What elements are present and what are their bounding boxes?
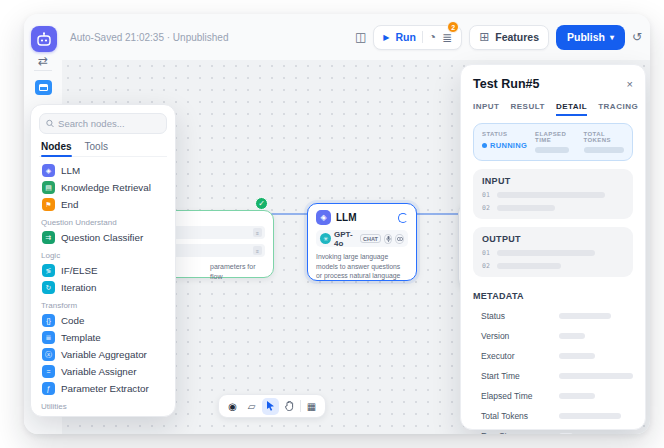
pointer-mode-icon[interactable] [262,398,279,415]
run-button[interactable]: Run [395,31,415,43]
add-note-icon[interactable]: ◉ [224,398,241,415]
node-item-question-classifier[interactable]: ⇉ Question Classifier [39,229,167,246]
node-item-knowledge-retrieval[interactable]: ▤ Knowledge Retrieval [39,179,167,196]
toolbar-divider [300,400,301,412]
tab-tools[interactable]: Tools [85,141,108,152]
metadata-label: METADATA [473,291,633,301]
group-header-question-understand: Question Understand [41,218,165,227]
running-spinner-icon [398,213,408,223]
node-item-label: Variable Aggregator [61,349,147,360]
parameter-extractor-icon: ƒ [42,382,55,395]
node-item-label: Template [61,332,101,343]
top-bar: Auto-Saved 21:02:35 · Unpublished ◫ ▶ Ru… [62,14,650,60]
status-card: STATUS RUNNING ELAPSED TIME TOTAL TOKENS [473,123,633,161]
output-label: OUTPUT [482,234,624,244]
end-icon: ⚑ [42,198,55,211]
question-classifier-icon: ⇉ [42,231,55,244]
meta-skeleton [559,413,621,419]
node-search-box[interactable] [39,113,167,134]
row-badge-icon: ≡ [253,228,262,237]
switch-workflow-icon[interactable]: ⇄ [24,54,62,68]
node-item-variable-aggregator[interactable]: ⓧ Variable Aggregator [39,346,167,363]
llm-node-icon: ◈ [316,210,331,225]
start-node-description: parameters for flow [210,262,265,282]
meta-key: Status [481,311,559,321]
close-icon[interactable]: × [627,78,633,90]
tab-nodes[interactable]: Nodes [41,141,72,152]
input-skeleton [497,192,605,198]
organize-blocks-icon[interactable]: ▦ [303,398,320,415]
node-item-end[interactable]: ⚑ End [39,196,167,213]
node-item-label: LLM [61,165,80,176]
node-item-if-else[interactable]: ≶ IF/ELSE [39,262,167,279]
output-skeleton [497,250,595,256]
canvas-control-toolbar: ◉ ▱ ▦ [218,394,326,418]
node-item-label: Parameter Extractor [61,383,149,394]
node-item-code[interactable]: {} Code [39,312,167,329]
search-icon [46,119,54,128]
node-list: ◈ LLM ▤ Knowledge Retrieval ⚑ End Questi… [39,162,167,412]
meta-skeleton [559,313,611,319]
edge-start-llm [271,213,307,215]
hand-mode-icon[interactable] [281,398,298,415]
node-item-llm[interactable]: ◈ LLM [39,162,167,179]
chat-capability-badge: CHAT [360,234,381,243]
node-item-label: Variable Assigner [61,366,137,377]
row-badge-icon: ≡ [253,246,262,255]
input-skeleton [497,205,555,211]
code-icon: {} [42,314,55,327]
app-logo[interactable] [31,26,57,52]
node-item-template[interactable]: ≣ Template [39,329,167,346]
test-run-panel: Test Run#5 × INPUT RESULT DETAIL TRACING… [460,64,646,430]
meta-skeleton [559,433,573,434]
variable-assigner-icon: = [42,365,55,378]
meta-key: Executor [481,351,559,361]
version-history-icon[interactable]: ↺ [632,31,642,43]
node-item-label: Question Classifier [61,232,143,243]
tab-input[interactable]: INPUT [473,102,500,111]
llm-node-title: LLM [336,212,357,223]
group-header-utilities: Utilities [41,402,165,411]
node-item-parameter-extractor[interactable]: ƒ Parameter Extractor [39,380,167,397]
toggle-panel-icon[interactable]: ◫ [355,31,366,43]
app-window: ≡ ≡ parameters for flow ✓ ◈ LLM ✳ GPT-4o… [24,14,650,434]
llm-node-description: Invoking large language models to answer… [316,252,408,281]
node-item-variable-assigner[interactable]: = Variable Assigner [39,363,167,380]
tab-result[interactable]: RESULT [511,102,545,111]
publish-button[interactable]: Publish ▾ [556,25,625,50]
run-panel-title: Test Run#5 [473,77,539,91]
autosave-status: Auto-Saved 21:02:35 · Unpublished [70,32,228,43]
model-selector[interactable]: ✳ GPT-4o CHAT [316,230,408,247]
knowledge-retrieval-icon: ▤ [42,181,55,194]
group-divider [422,31,423,43]
checklist-icon[interactable]: ≣ [442,31,452,45]
metadata-section: METADATA Status Version Executor Start T… [473,291,633,434]
play-icon: ▶ [383,33,389,42]
group-header-transform: Transform [41,301,165,310]
run-history-icon[interactable]: ◔ [429,31,436,43]
meta-key: Version [481,331,559,341]
tab-detail[interactable]: DETAIL [556,102,587,111]
chevron-down-icon: ▾ [610,33,614,42]
input-card: INPUT 01 02 [473,169,633,219]
variable-aggregator-icon: ⓧ [42,348,55,361]
node-item-iteration[interactable]: ↻ Iteration [39,279,167,296]
output-card: OUTPUT 01 02 [473,227,633,277]
tokens-skeleton [584,147,624,153]
search-input[interactable] [58,118,160,129]
export-image-icon[interactable]: ▱ [243,398,260,415]
iteration-icon: ↻ [42,281,55,294]
llm-icon: ◈ [42,164,55,177]
audio-capability-icon [384,234,393,244]
node-item-label: Code [61,315,84,326]
meta-skeleton [559,333,585,339]
features-label: Features [495,31,539,43]
features-button[interactable]: ⊞ Features [469,25,549,50]
total-tokens-label: TOTAL TOKENS [584,131,624,143]
edge-llm-end [417,213,458,215]
preview-icon[interactable] [35,80,52,95]
run-toolbar-group: ▶ Run ◔ ≣ 2 [373,25,462,50]
llm-node[interactable]: ◈ LLM ✳ GPT-4o CHAT Invoking large langu… [307,203,417,281]
notification-badge: 2 [447,21,459,33]
tab-tracing[interactable]: TRACING [598,102,638,111]
